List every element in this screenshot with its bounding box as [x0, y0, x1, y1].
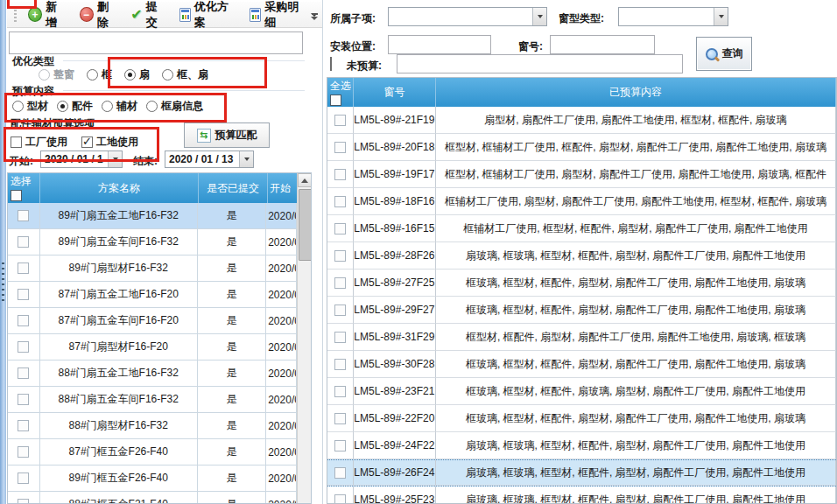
row-checkbox[interactable] — [334, 304, 346, 316]
no-budget-input[interactable] — [397, 54, 683, 74]
row-checkbox[interactable] — [18, 315, 29, 326]
start-date-picker[interactable]: 2020 / 01 / 1 — [40, 150, 123, 168]
optimize-plan-button[interactable]: 优化方案 — [175, 0, 243, 32]
dropdown-arrow-icon[interactable] — [108, 151, 122, 167]
row-checkbox[interactable] — [334, 196, 346, 207]
toolbar-grip[interactable] — [14, 6, 17, 24]
budget-content-radio[interactable]: 型材 — [12, 99, 48, 114]
budget-content-radio[interactable]: 框扇信息 — [146, 99, 203, 114]
plan-table-scrollbar[interactable] — [297, 173, 311, 503]
budget-match-button[interactable]: ⇆ 预算匹配 — [184, 122, 270, 148]
plan-search-input[interactable] — [9, 32, 303, 54]
row-checkbox[interactable] — [334, 359, 346, 370]
panel-divider[interactable] — [322, 0, 323, 504]
window-type-select[interactable] — [618, 7, 728, 26]
row-checkbox[interactable] — [18, 236, 29, 248]
opt-type-radio[interactable]: 扇 — [124, 67, 150, 82]
window-row[interactable]: LM5L-89#-16F15 框辅材工厂使用, 框型材, 框配件, 扇型材, 扇… — [327, 215, 836, 242]
query-button[interactable]: 查询 — [696, 37, 752, 71]
window-no-header[interactable]: 窗号 — [354, 78, 436, 107]
window-row[interactable]: LM5L-89#-29F27 框玻璃, 框型材, 框配件, 扇型材, 扇配件工厂… — [327, 297, 836, 324]
submitted-header[interactable]: 是否已提交 — [199, 173, 268, 203]
window-row[interactable]: LM5L-89#-24F22 扇玻璃, 框玻璃, 框型材, 框配件, 扇型材, … — [327, 432, 836, 459]
opt-type-radio[interactable]: 框 — [87, 67, 112, 82]
delete-button[interactable]: − 删除 — [75, 0, 123, 32]
usage-checkbox[interactable]: 工地使用 — [81, 135, 138, 150]
window-row[interactable]: LM5L-89#-23F21 框玻璃, 框型材, 框配件, 扇玻璃, 扇型材, … — [327, 378, 836, 405]
window-row[interactable]: LM5L-89#-22F20 框玻璃, 框型材, 框配件, 扇型材, 扇配件工厂… — [327, 405, 836, 432]
row-checkbox[interactable] — [334, 467, 346, 479]
plan-row[interactable]: 87#门扇五金车间F16-F20 是 2020/0 — [8, 308, 297, 334]
row-checkbox[interactable] — [18, 210, 29, 221]
dropdown-arrow-icon[interactable] — [532, 8, 546, 25]
row-checkbox[interactable] — [334, 413, 346, 424]
row-checkbox[interactable] — [18, 446, 29, 458]
window-row[interactable]: LM5L-89#-26F24 扇玻璃, 框玻璃, 框型材, 框配件, 扇型材, … — [327, 459, 836, 486]
scrollbar-thumb[interactable] — [299, 189, 312, 261]
row-checkbox[interactable] — [18, 499, 29, 504]
start-date-cell: 2020/0 — [266, 387, 297, 413]
row-checkbox[interactable] — [334, 142, 346, 153]
row-checkbox[interactable] — [18, 472, 29, 484]
scroll-up-arrow-icon[interactable] — [298, 173, 312, 187]
plan-row[interactable]: 87#门框五金F26-F40 是 2020/0 — [8, 439, 297, 466]
plan-row[interactable]: 89#门扇五金工地F16-F32 是 2020/0 — [8, 203, 297, 229]
plan-row[interactable]: 87#门扇五金工地F16-F20 是 2020/0 — [8, 282, 297, 308]
plan-row[interactable]: 88#门扇五金工地F16-F32 是 2020/0 — [8, 360, 297, 387]
dropdown-arrow-icon[interactable] — [239, 151, 253, 167]
window-row[interactable]: LM5L-89#-25F23 扇玻璃, 框玻璃, 框型材, 框配件, 扇型材, … — [327, 486, 836, 504]
window-row[interactable]: LM5L-89#-27F25 框玻璃, 框型材, 框配件, 扇型材, 扇配件工厂… — [327, 270, 836, 297]
splitter-grip[interactable] — [2, 262, 4, 303]
window-row[interactable]: LM5L-89#-28F26 扇玻璃, 框玻璃, 框型材, 框配件, 扇型材, … — [327, 242, 836, 270]
plan-row[interactable]: 88#门框五金F21-F40 是 2020/0 — [8, 492, 297, 504]
budgeted-content-header[interactable]: 已预算内容 — [436, 78, 836, 107]
row-checkbox[interactable] — [18, 289, 29, 300]
radio-icon — [87, 69, 98, 80]
window-row[interactable]: LM5L-89#-30F28 框玻璃, 框型材, 框配件, 扇型材, 扇配件工厂… — [327, 351, 836, 378]
submit-button[interactable]: ✔ 提交 — [126, 0, 171, 32]
opt-type-radio[interactable]: 整窗 — [39, 67, 74, 82]
end-date-picker[interactable]: 2020 / 01 / 13 — [165, 150, 254, 168]
opt-type-radio[interactable]: 框、扇 — [162, 67, 208, 82]
optimize-plan-label: 优化方案 — [194, 0, 237, 31]
plan-row[interactable]: 88#门扇型材F16-F32 是 2020/0 — [8, 413, 297, 439]
start-header[interactable]: 开始 — [268, 173, 299, 203]
window-row[interactable]: LM5L-89#-18F16 框辅材工厂使用, 扇型材, 扇配件工厂使用, 扇配… — [327, 188, 836, 215]
plan-row[interactable]: 87#门扇型材F16-F20 是 2020/0 — [8, 334, 297, 360]
plan-row[interactable]: 89#门框五金F26-F40 是 2020/0 — [8, 466, 297, 492]
row-checkbox[interactable] — [18, 341, 29, 353]
row-checkbox[interactable] — [334, 250, 346, 262]
row-checkbox[interactable] — [334, 223, 346, 234]
window-row[interactable]: LM5L-89#-20F18 框型材, 框辅材工厂使用, 框配件, 扇型材, 扇… — [327, 134, 836, 161]
usage-checkbox[interactable]: 工厂使用 — [11, 135, 67, 150]
plan-row[interactable]: 89#门扇五金车间F16-F32 是 2020/0 — [8, 229, 297, 256]
plan-row[interactable]: 89#门扇型材F16-F32 是 2020/0 — [8, 256, 297, 282]
row-checkbox[interactable] — [18, 368, 29, 379]
install-position-input[interactable] — [388, 35, 491, 54]
row-checkbox[interactable] — [334, 169, 346, 180]
row-checkbox[interactable] — [334, 494, 346, 504]
row-checkbox[interactable] — [334, 332, 346, 343]
row-checkbox[interactable] — [334, 440, 346, 452]
budget-content-radio[interactable]: 配件 — [57, 99, 93, 114]
row-checkbox[interactable] — [334, 386, 346, 397]
row-checkbox[interactable] — [334, 115, 346, 126]
dropdown-arrow-icon[interactable] — [714, 8, 728, 25]
window-no-input[interactable] — [550, 35, 655, 54]
toolbar-overflow-button[interactable] — [308, 9, 320, 24]
window-row[interactable]: LM5L-89#-19F17 框型材, 框辅材工厂使用, 扇型材, 扇配件工厂使… — [327, 161, 836, 188]
select-all-checkbox[interactable] — [11, 190, 22, 201]
row-checkbox[interactable] — [18, 394, 29, 405]
no-budget-checkbox[interactable] — [330, 57, 332, 71]
sub-item-select[interactable] — [388, 7, 547, 26]
select-all-checkbox[interactable] — [330, 94, 341, 106]
budget-content-radio[interactable]: 辅材 — [102, 99, 137, 114]
add-button[interactable]: + 新增 — [24, 0, 72, 32]
row-checkbox[interactable] — [18, 420, 29, 431]
window-row[interactable]: LM5L-89#-21F19 扇型材, 扇配件工厂使用, 扇配件工地使用, 框型… — [327, 107, 836, 134]
plan-row[interactable]: 88#门扇五金车间F16-F32 是 2020/0 — [8, 387, 297, 413]
window-row[interactable]: LM5L-89#-31F29 框型材, 框配件, 扇型材, 扇配件工厂使用, 扇… — [327, 324, 836, 351]
plan-name-header[interactable]: 方案名称 — [40, 173, 199, 203]
row-checkbox[interactable] — [18, 262, 29, 274]
row-checkbox[interactable] — [334, 277, 346, 289]
